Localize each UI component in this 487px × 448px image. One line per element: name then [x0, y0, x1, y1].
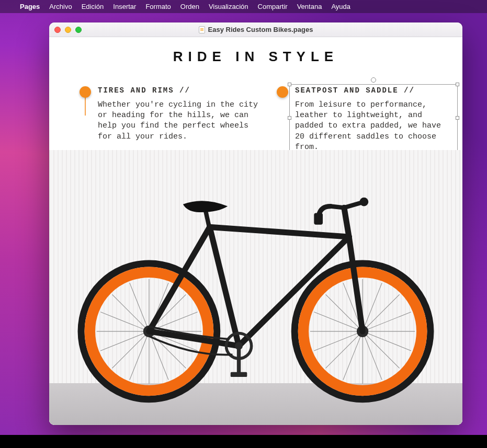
svg-line-32: [344, 208, 349, 237]
svg-point-41: [360, 198, 369, 206]
menu-visualizacion[interactable]: Visualización: [209, 3, 248, 10]
desktop-background: Pages Archivo Edición Insertar Formato O…: [0, 0, 487, 448]
svg-rect-36: [231, 372, 247, 377]
bicycle-illustration: [55, 176, 456, 404]
menu-ayuda[interactable]: Ayuda: [331, 3, 350, 10]
resize-handle-top-right[interactable]: [456, 83, 459, 86]
resize-handle-top-left[interactable]: [288, 83, 291, 86]
document-canvas[interactable]: RIDE IN STYLE TIRES AND RIMS // Whether …: [49, 37, 462, 425]
rotate-handle[interactable]: [371, 77, 376, 83]
selected-textbox-frame[interactable]: [289, 84, 458, 152]
window-titlebar[interactable]: Easy Rides Custom Bikes.pages: [49, 22, 462, 37]
svg-line-40: [344, 202, 363, 208]
callout-bullet-saddle[interactable]: [277, 86, 288, 98]
callout-tires-title: TIRES AND RIMS //: [98, 86, 265, 96]
menu-insertar[interactable]: Insertar: [113, 3, 136, 10]
app-menu[interactable]: Pages: [20, 3, 40, 10]
menu-compartir[interactable]: Compartir: [258, 3, 288, 10]
page-title[interactable]: RIDE IN STYLE: [49, 49, 462, 65]
menu-archivo[interactable]: Archivo: [49, 3, 72, 10]
pages-window: Easy Rides Custom Bikes.pages RIDE IN ST…: [49, 22, 462, 425]
svg-line-29: [210, 227, 349, 237]
menu-ventana[interactable]: Ventana: [297, 3, 322, 10]
menu-edicion[interactable]: Edición: [82, 3, 104, 10]
callout-tires-text[interactable]: TIRES AND RIMS // Whether you're cycling…: [98, 86, 265, 142]
menu-formato[interactable]: Formato: [145, 3, 171, 10]
svg-rect-39: [314, 213, 323, 225]
window-title: Easy Rides Custom Bikes.pages: [49, 26, 462, 33]
menu-orden[interactable]: Orden: [180, 3, 199, 10]
callout-tires-body: Whether you're cycling in the city or he…: [98, 100, 265, 142]
window-title-text: Easy Rides Custom Bikes.pages: [208, 26, 313, 33]
resize-handle-mid-left[interactable]: [288, 116, 291, 120]
bicycle-image[interactable]: [49, 150, 462, 425]
menubar: Pages Archivo Edición Insertar Formato O…: [0, 0, 487, 13]
document-icon: [199, 26, 205, 33]
svg-line-31: [349, 237, 363, 331]
callout-bullet-tires[interactable]: [80, 86, 91, 98]
resize-handle-mid-right[interactable]: [456, 116, 459, 120]
